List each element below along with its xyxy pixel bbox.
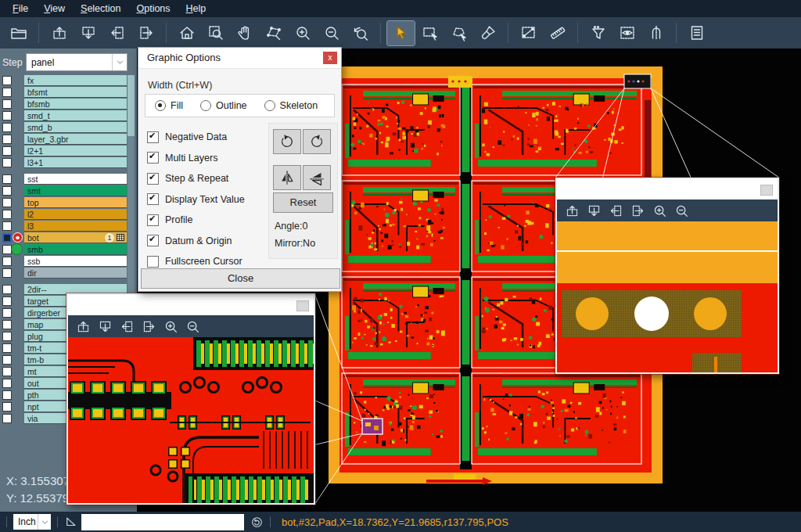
layer-checkbox[interactable]: [2, 186, 12, 196]
layer-checkbox[interactable]: [2, 88, 12, 97]
checkbox-negative-data[interactable]: Negative Data: [147, 127, 266, 148]
zoom-window-left-button[interactable]: [296, 300, 309, 311]
layer-checkbox[interactable]: [2, 233, 12, 243]
layer-checkbox[interactable]: [2, 257, 12, 266]
layer-checkbox[interactable]: [2, 123, 12, 132]
step-up-icon[interactable]: [564, 203, 580, 218]
menu-view[interactable]: View: [36, 2, 73, 16]
checkbox-datum-origin[interactable]: Datum & Origin: [147, 231, 266, 252]
close-icon[interactable]: x: [323, 52, 337, 64]
step-right-icon[interactable]: [630, 203, 645, 218]
layer-label[interactable]: ssb: [24, 256, 127, 267]
brush-icon[interactable]: [474, 21, 501, 45]
layer-checkbox[interactable]: [2, 379, 12, 388]
layer-checkbox[interactable]: [2, 174, 12, 184]
zoom-window-left-titlebar[interactable]: [68, 295, 314, 315]
rect-select-icon[interactable]: [416, 21, 444, 45]
layer-checkbox[interactable]: [2, 198, 12, 207]
layer-checkbox[interactable]: [2, 111, 12, 120]
layer-label[interactable]: bfsmt: [24, 87, 127, 98]
unit-dropdown[interactable]: Inch: [13, 514, 51, 530]
zoom-out-icon[interactable]: [318, 21, 345, 45]
zoom-window-right-content[interactable]: [557, 221, 778, 372]
layer-checkbox[interactable]: [2, 285, 12, 294]
chevron-down-icon[interactable]: [38, 514, 51, 530]
pan-hand-icon[interactable]: [231, 21, 258, 45]
layer-checkbox[interactable]: [2, 135, 12, 144]
layer-label[interactable]: bot1: [24, 232, 127, 243]
checkbox-profile[interactable]: Profile: [147, 210, 266, 231]
report-icon[interactable]: [683, 21, 710, 45]
menu-options[interactable]: Options: [128, 2, 178, 16]
ruler-icon[interactable]: [544, 21, 571, 45]
layer-checkbox[interactable]: [2, 76, 12, 85]
layer-label[interactable]: l2+1: [24, 146, 127, 156]
step-right-icon[interactable]: [141, 318, 156, 334]
filter-icon[interactable]: [584, 21, 612, 45]
poly-zoom-icon[interactable]: [260, 21, 287, 45]
flip-v-icon[interactable]: [303, 165, 331, 190]
layer-checkbox[interactable]: [2, 99, 12, 109]
radio-skeleton[interactable]: Skeleton: [264, 100, 318, 111]
zoom-window-right-button[interactable]: [760, 185, 773, 196]
layer-label[interactable]: layer_3.gbr: [24, 134, 127, 145]
menu-help[interactable]: Help: [178, 2, 214, 16]
step-left-icon[interactable]: [103, 21, 131, 45]
step-left-icon[interactable]: [119, 318, 135, 334]
refresh-icon[interactable]: [250, 516, 264, 529]
layer-checkbox[interactable]: [2, 414, 12, 423]
layer-label[interactable]: top: [24, 197, 127, 208]
layer-label[interactable]: smd_b: [24, 122, 127, 133]
layer-label[interactable]: l3+1: [24, 157, 127, 168]
layer-label[interactable]: dir: [24, 268, 127, 279]
menu-file[interactable]: File: [5, 2, 36, 16]
layer-checkbox[interactable]: [2, 367, 12, 376]
layer-checkbox[interactable]: [2, 146, 12, 156]
step-dropdown[interactable]: panel: [26, 53, 128, 71]
layer-label[interactable]: sst: [24, 174, 127, 185]
layer-checkbox[interactable]: [2, 308, 12, 318]
rotate-ccw-icon[interactable]: [303, 129, 331, 154]
reset-button[interactable]: Reset: [273, 192, 333, 213]
layer-checkbox[interactable]: [2, 355, 12, 365]
radio-fill[interactable]: Fill: [155, 100, 183, 111]
layer-checkbox[interactable]: [2, 332, 12, 341]
layer-label[interactable]: smd_t: [24, 110, 127, 121]
zoom-in-icon[interactable]: [289, 21, 316, 45]
layer-checkbox[interactable]: [2, 390, 12, 400]
poly-select-icon[interactable]: [445, 21, 472, 45]
step-down-icon[interactable]: [74, 21, 102, 45]
layer-label[interactable]: l2: [24, 209, 127, 220]
menu-selection[interactable]: Selection: [73, 2, 128, 16]
layer-checkbox[interactable]: [2, 221, 12, 231]
layer-checkbox[interactable]: [2, 297, 12, 306]
checkbox-step-repeat[interactable]: Step & Repeat: [147, 168, 266, 189]
step-right-icon[interactable]: [132, 21, 160, 45]
step-left-icon[interactable]: [608, 203, 623, 218]
layer-label[interactable]: bfsmb: [24, 99, 127, 110]
chevron-down-icon[interactable]: [112, 54, 127, 70]
rotate-cw-icon[interactable]: [273, 129, 301, 154]
zoom-in-icon[interactable]: [163, 318, 178, 334]
layer-label[interactable]: l3: [24, 221, 127, 232]
measure-icon[interactable]: [515, 21, 542, 45]
zoom-window-icon[interactable]: [202, 21, 229, 45]
checkbox-multi-layers[interactable]: Multi Layers: [147, 148, 266, 169]
view-eye-icon[interactable]: [613, 21, 641, 45]
step-up-icon[interactable]: [45, 21, 73, 45]
checkbox-display-text-value[interactable]: Display Text Value: [147, 189, 266, 210]
layer-checkbox[interactable]: [2, 320, 12, 329]
angle-corner-icon[interactable]: [64, 515, 78, 529]
layer-checkbox[interactable]: [2, 210, 12, 219]
command-input[interactable]: [81, 514, 244, 530]
layer-label[interactable]: smb: [24, 244, 127, 255]
zoom-out-icon[interactable]: [673, 203, 689, 218]
layer-checkbox[interactable]: [2, 343, 12, 353]
zoom-out-icon[interactable]: [185, 318, 200, 334]
zoom-previous-icon[interactable]: [347, 21, 374, 45]
zoom-window-right[interactable]: [555, 178, 779, 374]
layer-checkbox[interactable]: [2, 268, 12, 278]
step-down-icon[interactable]: [97, 318, 113, 334]
radio-outline[interactable]: Outline: [200, 100, 247, 111]
close-button[interactable]: Close: [141, 268, 340, 289]
